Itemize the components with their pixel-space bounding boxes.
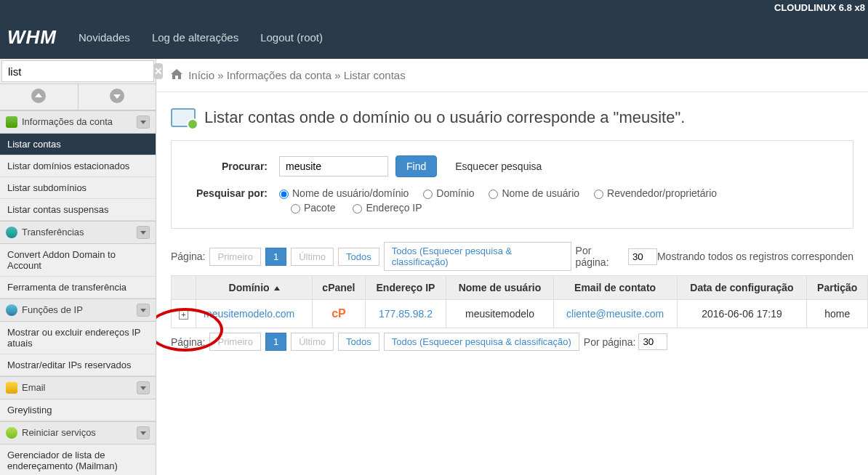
collapse-all-button[interactable]	[0, 84, 79, 110]
partition-cell: home	[807, 300, 868, 328]
top-nav: WHM Novidades Log de alterações Logout (…	[0, 15, 868, 59]
breadcrumb-home[interactable]: Início	[188, 69, 214, 81]
col-cpanel[interactable]: cPanel	[313, 276, 365, 300]
pager-last[interactable]: Último	[291, 333, 334, 351]
sidebar-group-transfers[interactable]: Transferências	[0, 221, 156, 244]
col-user[interactable]: Nome de usuário	[446, 276, 553, 300]
sidebar-group-email[interactable]: Email	[0, 376, 156, 399]
main-content: Início » Informações da conta » Listar c…	[156, 59, 868, 475]
radio-reseller[interactable]: Revendedor/proprietário	[594, 187, 717, 199]
col-email[interactable]: Email de contato	[553, 276, 677, 300]
showing-text: Mostrando todos os registros corresponde…	[657, 251, 853, 262]
sidebar-item-suspended[interactable]: Listar contas suspensas	[0, 199, 156, 221]
page-title: Listar contas onde o domínio ou o usuári…	[204, 108, 685, 127]
sidebar-collapse-controls	[0, 84, 156, 110]
os-status-bar: CLOUDLINUX 6.8 x8	[0, 0, 868, 15]
table-header-row: Domínio cPanel Endereço IP Nome de usuár…	[172, 276, 868, 300]
per-page-label: Por página:	[576, 245, 625, 268]
pager-all[interactable]: Todos	[338, 333, 379, 351]
sidebar-item-reserved-ips[interactable]: Mostrar/editar IPs reservados	[0, 354, 156, 376]
col-expand	[172, 276, 196, 300]
radio-ip[interactable]: Endereço IP	[353, 202, 422, 214]
breadcrumb-sep: »	[334, 69, 340, 81]
sidebar-group-label: Informações da conta	[22, 116, 113, 127]
chevron-down-icon	[137, 304, 150, 317]
radio-user-domain[interactable]: Nome de usuário/domínio	[279, 187, 409, 199]
chevron-down-icon	[137, 115, 150, 129]
search-panel: Procurar: Find Esquecer pesquisa Pesquis…	[171, 140, 853, 229]
per-page-input[interactable]	[628, 248, 657, 265]
sidebar-item-list-accounts[interactable]: Listar contas	[0, 134, 156, 155]
radio-package[interactable]: Pacote	[291, 202, 336, 214]
sidebar-item-show-ips[interactable]: Mostrar ou excluir endereços IP atuais	[0, 322, 156, 354]
pager-all-reset[interactable]: Todos (Esquecer pesquisa & classificação…	[384, 242, 571, 271]
breadcrumb-info[interactable]: Informações da conta	[227, 69, 331, 81]
per-page-label: Por página:	[584, 336, 636, 348]
sidebar-group-label: Email	[22, 382, 46, 393]
sidebar-group-label: Transferências	[22, 227, 84, 238]
sidebar-group-restart[interactable]: Reiniciar serviços	[0, 421, 156, 444]
sidebar-item-subdomains[interactable]: Listar subdomínios	[0, 177, 156, 199]
user-icon	[6, 116, 17, 128]
pager-first[interactable]: Primeiro	[209, 333, 260, 351]
nav-changelog[interactable]: Log de alterações	[152, 31, 238, 44]
sidebar-group-label: Reiniciar serviços	[22, 427, 96, 438]
breadcrumb: Início » Informações da conta » Listar c…	[156, 59, 868, 92]
per-page-input[interactable]	[638, 333, 667, 350]
transfer-icon	[6, 227, 17, 238]
pager-all[interactable]: Todos	[338, 248, 379, 266]
chevron-up-icon	[31, 89, 46, 103]
sidebar-item-parked-domains[interactable]: Listar domínios estacionados	[0, 155, 156, 177]
pager-first[interactable]: Primeiro	[209, 248, 260, 266]
nav-logout[interactable]: Logout (root)	[260, 31, 323, 44]
pager-all-reset[interactable]: Todos (Esquecer pesquisa & classificação…	[384, 333, 579, 351]
sidebar-item-convert-addon[interactable]: Convert Addon Domain to Account	[0, 244, 156, 277]
date-cell: 2016-06-06 17:19	[677, 300, 807, 328]
sidebar-item-transfer-tool[interactable]: Ferramenta de transferência	[0, 277, 156, 299]
cpanel-icon[interactable]: cP	[331, 307, 346, 320]
home-icon	[171, 69, 185, 81]
sidebar: ✕ Informações da conta Listar contas Lis…	[0, 59, 156, 475]
chevron-down-icon	[137, 426, 150, 439]
page-label: Página:	[171, 251, 205, 262]
pager-top: Página: Primeiro 1 Último Todos Todos (E…	[156, 242, 868, 275]
pager-last[interactable]: Último	[291, 248, 334, 266]
radio-user[interactable]: Nome de usuário	[489, 187, 579, 199]
breadcrumb-sep: »	[217, 69, 223, 81]
account-search-input[interactable]	[279, 156, 388, 176]
pager-current[interactable]: 1	[265, 333, 286, 351]
table-row: + meusitemodelo.com cP 177.85.98.2 meusi…	[172, 300, 868, 328]
chevron-down-icon	[110, 89, 124, 103]
search-label: Procurar:	[185, 161, 279, 172]
forget-search-button[interactable]: Esquecer pesquisa	[444, 155, 552, 177]
col-date[interactable]: Data de configuração	[677, 276, 807, 300]
chevron-down-icon	[137, 226, 150, 239]
page-label: Página:	[171, 336, 205, 348]
domain-link[interactable]: meusitemodelo.com	[204, 308, 294, 320]
col-ip[interactable]: Endereço IP	[365, 276, 446, 300]
sidebar-search: ✕	[1, 60, 154, 82]
restart-icon	[6, 427, 17, 439]
find-button[interactable]: Find	[395, 155, 437, 177]
email-link[interactable]: cliente@meusite.com	[566, 308, 664, 320]
nav-news[interactable]: Novidades	[79, 31, 130, 44]
expand-row-icon[interactable]: +	[179, 310, 188, 320]
page-title-row: Listar contas onde o domínio ou o usuári…	[156, 92, 868, 140]
sidebar-group-ip[interactable]: Funções de IP	[0, 299, 156, 322]
pager-bottom: Página: Primeiro 1 Último Todos Todos (E…	[156, 328, 868, 355]
pager-current[interactable]: 1	[265, 248, 286, 266]
whm-logo: WHM	[7, 26, 57, 49]
ip-link[interactable]: 177.85.98.2	[379, 308, 433, 320]
sidebar-group-label: Funções de IP	[22, 304, 83, 315]
radio-domain[interactable]: Domínio	[423, 187, 474, 199]
sidebar-group-account-info[interactable]: Informações da conta	[0, 110, 156, 134]
globe-icon	[6, 304, 17, 316]
expand-all-button[interactable]	[79, 84, 156, 110]
mail-icon	[6, 382, 17, 394]
sidebar-item-greylisting[interactable]: Greylisting	[0, 399, 156, 421]
sidebar-search-input[interactable]	[2, 62, 152, 81]
col-domain[interactable]: Domínio	[196, 276, 313, 300]
accounts-table: Domínio cPanel Endereço IP Nome de usuár…	[171, 275, 868, 328]
col-partition[interactable]: Partição	[807, 276, 868, 300]
sidebar-item-mailman[interactable]: Gerenciador de lista de endereçamento (M…	[0, 444, 156, 475]
